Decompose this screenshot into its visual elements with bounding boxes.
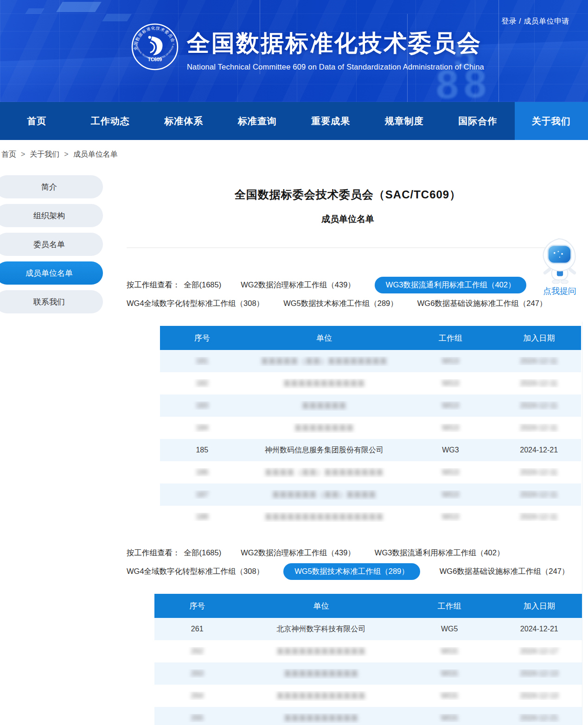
column-header-no: 序号	[160, 333, 244, 343]
cell-text-no: 265	[191, 714, 204, 722]
cell-group: WG5	[403, 647, 497, 655]
sidebar-item-5[interactable]: 联系我们	[0, 290, 103, 313]
filter-option-1[interactable]: 全部(1685)	[184, 548, 222, 558]
assistant-widget[interactable]: 点我提问	[538, 238, 581, 297]
cell-text-date: 2024-12-21	[520, 625, 558, 633]
column-header-unit: 单位	[240, 601, 402, 611]
member-section-wg3: 按工作组查看：全部(1685)WG2数据治理标准工作组（439）WG3数据流通利…	[127, 277, 569, 528]
cell-text-date: 2024-12-11	[520, 490, 558, 499]
cell-no: 265	[154, 714, 240, 722]
banner-decor-square	[56, 2, 102, 12]
table-header-row: 序号单位工作组加入日期	[154, 594, 582, 618]
filter-option-2[interactable]: WG2数据治理标准工作组（439）	[241, 548, 355, 558]
cell-text-no: 181	[196, 357, 208, 365]
column-header-group: 工作组	[403, 601, 497, 611]
assistant-label[interactable]: 点我提问	[538, 286, 581, 297]
nav-item-4[interactable]: 标准查询	[221, 102, 294, 140]
cell-group: WG3	[404, 513, 497, 521]
nav-item-3[interactable]: 标准体系	[147, 102, 221, 140]
cell-text-group: WG3	[442, 357, 459, 365]
filter-option-3[interactable]: WG3数据流通利用标准工作组（402）	[375, 277, 527, 293]
column-header-date: 加入日期	[497, 601, 582, 611]
sidebar-item-2[interactable]: 组织架构	[0, 204, 103, 227]
table-row: 183某某某某某某WG32024-12-11	[160, 394, 581, 417]
cell-text-unit: 某某某某某某某某某某	[284, 669, 358, 679]
svg-text:TC609: TC609	[148, 57, 162, 62]
cell-group: WG5	[403, 669, 497, 678]
cell-text-group: WG3	[442, 401, 459, 410]
breadcrumb-separator: >	[64, 150, 68, 159]
banner-decor-line	[499, 0, 499, 102]
nav-item-7[interactable]: 国际合作	[441, 102, 515, 140]
nav-item-5[interactable]: 重要成果	[294, 102, 368, 140]
table-row: 186某某某某（某某）某某某某某某某某WG32024-12-11	[160, 461, 581, 483]
nav-item-1[interactable]: 首页	[0, 102, 74, 140]
filter-option-6[interactable]: WG6数据基础设施标准工作组（247）	[417, 299, 547, 309]
table-row: 182某某某某某某某某某某某WG32024-12-11	[160, 372, 581, 394]
table-row: 185神州数码信息服务集团股份有限公司WG32024-12-21	[160, 439, 581, 461]
cell-no: 263	[154, 669, 240, 678]
login-member-apply-link[interactable]: 登录 / 成员单位申请	[501, 17, 569, 26]
sidebar-item-3[interactable]: 委员名单	[0, 233, 103, 256]
cell-no: 183	[160, 401, 244, 410]
filter-line-2: WG4全域数字化转型标准工作组（308）WG5数据技术标准工作组（289）WG6…	[127, 563, 569, 580]
filter-option-3[interactable]: WG3数据流通利用标准工作组（402）	[375, 548, 505, 558]
filter-option-5[interactable]: WG5数据技术标准工作组（289）	[283, 563, 420, 580]
cell-text-group: WG3	[442, 379, 459, 388]
cell-unit: 某某某某某某某某	[244, 423, 404, 433]
sidebar-item-1[interactable]: 简介	[0, 175, 103, 198]
cell-date: 2024-12-11	[497, 379, 581, 388]
cell-no: 187	[160, 490, 244, 499]
filter-line-1: 按工作组查看：全部(1685)WG2数据治理标准工作组（439）WG3数据流通利…	[127, 545, 569, 561]
cell-text-unit: 某某某某某某某某	[294, 423, 354, 433]
cell-text-date: 2024-12-17	[520, 647, 558, 655]
cell-date: 2024-12-21	[497, 714, 582, 722]
cell-no: 186	[160, 468, 244, 477]
content-edge-line	[582, 322, 582, 725]
column-header-unit: 单位	[244, 333, 404, 343]
filter-option-4[interactable]: WG4全域数字化转型标准工作组（308）	[127, 299, 264, 309]
cell-text-group: WG3	[442, 513, 459, 521]
filter-option-6[interactable]: WG6数据基础设施标准工作组（247）	[440, 566, 569, 577]
table-row: 262某某某某某某某某某某某某WG52024-12-17	[154, 640, 582, 662]
cell-date: 2024-12-21	[497, 446, 581, 454]
site-logo[interactable]: 全国数据标准化技术委员会 NATIONAL TECHNICAL COMMITTE…	[131, 23, 179, 70]
breadcrumb-separator: >	[21, 150, 25, 159]
cell-text-no: 185	[196, 446, 208, 454]
cell-text-no: 188	[196, 513, 208, 521]
cell-text-date: 2024-12-11	[520, 379, 558, 388]
sidebar-item-4[interactable]: 成员单位名单	[0, 261, 103, 285]
filter-option-5[interactable]: WG5数据技术标准工作组（289）	[283, 299, 398, 309]
cell-unit: 某某某某（某某）某某某某某某某某	[244, 468, 404, 477]
cell-unit: 某某某某某（某某）某某某某某某某某	[244, 356, 404, 366]
breadcrumb-current: 成员单位名单	[73, 150, 118, 159]
cell-text-no: 186	[196, 468, 208, 477]
cell-text-unit: 某某某某某某	[302, 401, 346, 411]
cell-date: 2024-12-13	[497, 669, 582, 678]
cell-text-unit: 某某某某某某某某某某某某	[277, 691, 366, 701]
cell-text-date: 2024-12-11	[520, 357, 558, 365]
cell-text-group: WG5	[441, 625, 458, 633]
cell-text-date: 2024-12-13	[520, 692, 558, 700]
nav-item-2[interactable]: 工作动态	[74, 102, 147, 140]
nav-item-8[interactable]: 关于我们	[515, 102, 588, 140]
filter-option-2[interactable]: WG2数据治理标准工作组（439）	[241, 280, 355, 290]
filter-group-label: 按工作组查看：	[127, 548, 180, 558]
cell-text-group: WG5	[441, 647, 458, 655]
table-body: 261北京神州数字科技有限公司WG52024-12-21262某某某某某某某某某…	[154, 618, 582, 725]
cell-text-unit: 某某某某（某某）某某某某某某某某	[265, 468, 383, 477]
filter-option-4[interactable]: WG4全域数字化转型标准工作组（308）	[127, 566, 264, 577]
cell-unit: 某某某某某某某某某某	[240, 669, 402, 679]
cell-no: 261	[154, 625, 240, 633]
member-section-wg5: 按工作组查看：全部(1685)WG2数据治理标准工作组（439）WG3数据流通利…	[127, 545, 569, 725]
breadcrumb-link[interactable]: 首页	[1, 150, 16, 159]
cell-unit: 某某某某某某某某某某	[240, 713, 402, 723]
breadcrumb-link[interactable]: 关于我们	[30, 150, 59, 159]
site-header: 5 8 8 登录 / 成员单位申请 全国数据标准化技术委员会 NATIONAL …	[0, 0, 588, 102]
column-header-date: 加入日期	[497, 333, 581, 343]
cell-date: 2024-12-11	[497, 490, 581, 499]
sidebar: 简介组织架构委员名单成员单位名单联系我们	[0, 175, 103, 313]
cell-text-date: 2024-12-13	[520, 669, 558, 678]
nav-item-6[interactable]: 规章制度	[368, 102, 441, 140]
filter-option-1[interactable]: 全部(1685)	[184, 280, 222, 290]
